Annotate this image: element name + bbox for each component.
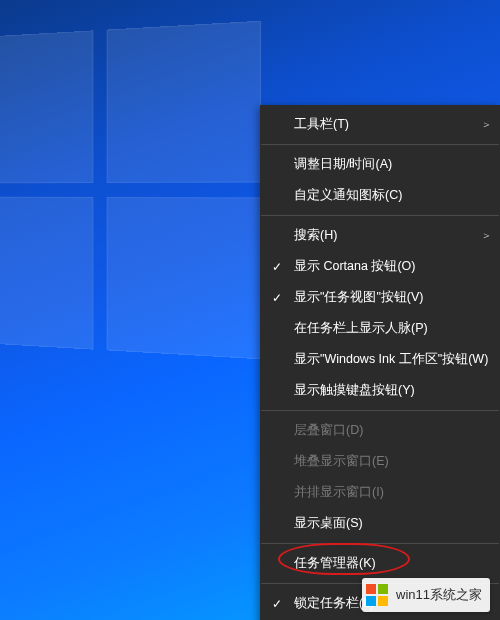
menu-item-adjust-datetime[interactable]: 调整日期/时间(A) <box>260 149 500 180</box>
windows-logo <box>0 21 261 360</box>
menu-item-cascade-windows: 层叠窗口(D) <box>260 415 500 446</box>
menu-item-side-by-side-windows: 并排显示窗口(I) <box>260 477 500 508</box>
menu-item-label: 堆叠显示窗口(E) <box>294 455 482 468</box>
separator <box>261 543 499 544</box>
menu-item-label: 自定义通知图标(C) <box>294 189 482 202</box>
taskbar-context-menu: 工具栏(T) ＞ 调整日期/时间(A) 自定义通知图标(C) 搜索(H) ＞ ✓… <box>260 105 500 620</box>
separator <box>261 215 499 216</box>
submenu-arrow-icon: ＞ <box>481 230 492 241</box>
menu-item-label: 显示触摸键盘按钮(Y) <box>294 384 482 397</box>
menu-item-task-manager[interactable]: 任务管理器(K) <box>260 548 500 579</box>
menu-item-show-ink-workspace[interactable]: 显示"Windows Ink 工作区"按钮(W) <box>260 344 500 375</box>
check-icon: ✓ <box>270 292 284 304</box>
menu-item-label: 层叠窗口(D) <box>294 424 482 437</box>
menu-item-show-people[interactable]: 在任务栏上显示人脉(P) <box>260 313 500 344</box>
menu-item-label: 任务管理器(K) <box>294 557 482 570</box>
menu-item-stacked-windows: 堆叠显示窗口(E) <box>260 446 500 477</box>
desktop-wallpaper: 工具栏(T) ＞ 调整日期/时间(A) 自定义通知图标(C) 搜索(H) ＞ ✓… <box>0 0 500 620</box>
check-icon: ✓ <box>270 261 284 273</box>
menu-item-label: 显示 Cortana 按钮(O) <box>294 260 482 273</box>
menu-item-label: 并排显示窗口(I) <box>294 486 482 499</box>
menu-item-label: 在任务栏上显示人脉(P) <box>294 322 482 335</box>
check-icon: ✓ <box>270 598 284 610</box>
menu-item-show-touch-keyboard[interactable]: 显示触摸键盘按钮(Y) <box>260 375 500 406</box>
submenu-arrow-icon: ＞ <box>481 119 492 130</box>
separator <box>261 144 499 145</box>
menu-item-label: 显示"Windows Ink 工作区"按钮(W) <box>294 353 488 366</box>
separator <box>261 410 499 411</box>
menu-item-label: 工具栏(T) <box>294 118 482 131</box>
watermark-logo-icon <box>366 584 388 606</box>
menu-item-show-desktop[interactable]: 显示桌面(S) <box>260 508 500 539</box>
menu-item-label: 调整日期/时间(A) <box>294 158 482 171</box>
menu-item-label: 显示"任务视图"按钮(V) <box>294 291 482 304</box>
menu-item-label: 搜索(H) <box>294 229 482 242</box>
watermark: win11系统之家 <box>362 578 490 612</box>
menu-item-customize-notification-icons[interactable]: 自定义通知图标(C) <box>260 180 500 211</box>
menu-item-search[interactable]: 搜索(H) ＞ <box>260 220 500 251</box>
menu-item-show-taskview[interactable]: ✓ 显示"任务视图"按钮(V) <box>260 282 500 313</box>
menu-item-show-cortana[interactable]: ✓ 显示 Cortana 按钮(O) <box>260 251 500 282</box>
menu-item-toolbars[interactable]: 工具栏(T) ＞ <box>260 109 500 140</box>
menu-item-label: 显示桌面(S) <box>294 517 482 530</box>
watermark-text: win11系统之家 <box>396 586 482 604</box>
